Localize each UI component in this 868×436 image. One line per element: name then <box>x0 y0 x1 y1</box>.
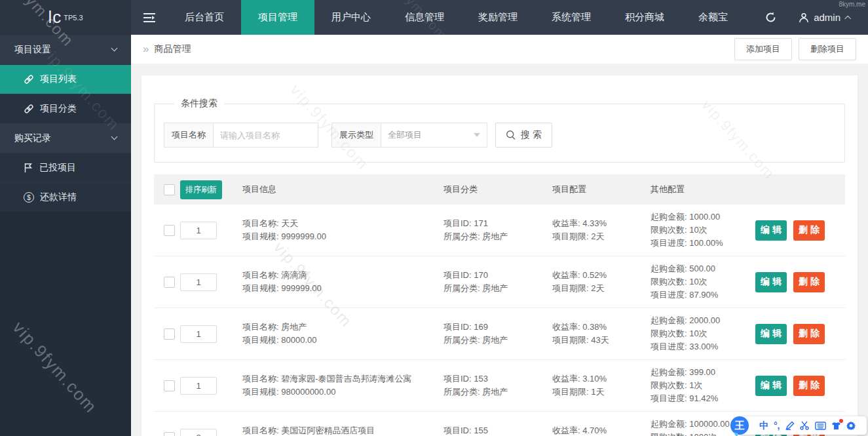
row-checkbox[interactable] <box>164 225 175 236</box>
delete-button[interactable]: 删 除 <box>793 220 825 241</box>
nav-item-points-mall[interactable]: 积分商城 <box>608 0 681 35</box>
ime-keyboard-icon[interactable] <box>815 422 826 430</box>
edit-button[interactable]: 编 辑 <box>755 376 787 396</box>
project-progress: 91.42% <box>689 393 718 403</box>
sidebar-item-project-list[interactable]: 项目列表 <box>0 64 131 94</box>
header-other-config: 其他配置 <box>651 184 755 195</box>
link-icon <box>24 104 34 114</box>
yield-rate: 0.38% <box>582 322 607 332</box>
sidebar-item-project-category[interactable]: 项目分类 <box>0 94 131 123</box>
chevron-down-icon <box>111 45 118 52</box>
project-name-group: 项目名称 <box>164 123 318 148</box>
sort-order-input[interactable] <box>180 222 217 239</box>
table-row: 项目名称: 滴滴滴 项目规模: 999999.00 项目ID: 170 所属分类… <box>154 256 845 308</box>
ime-scissors-icon[interactable] <box>800 421 810 430</box>
delete-project-button[interactable]: 删除项目 <box>799 38 856 60</box>
add-project-button[interactable]: 添加项目 <box>734 38 792 60</box>
delete-button[interactable]: 删 除 <box>793 324 825 344</box>
yield-rate: 4.70% <box>582 426 607 435</box>
min-amount: 100000.00 <box>689 419 729 429</box>
project-id: 170 <box>474 270 488 280</box>
yield-rate: 4.33% <box>582 218 607 228</box>
min-amount: 1000.00 <box>689 212 720 222</box>
project-id: 155 <box>474 426 488 435</box>
sort-order-input[interactable] <box>180 273 217 291</box>
project-name: 滴滴滴 <box>281 270 307 280</box>
project-name: 美国迈阿密精品酒店项目 <box>281 426 375 435</box>
refresh-icon[interactable] <box>751 0 789 35</box>
row-checkbox[interactable] <box>164 380 175 391</box>
nav-item-system[interactable]: 系统管理 <box>535 0 608 35</box>
delete-button[interactable]: 删 除 <box>793 376 825 396</box>
project-name-label: 项目名称 <box>164 123 214 148</box>
ime-punctuation-icon[interactable]: °, <box>774 421 780 430</box>
sidebar-item-repayment-details[interactable]: $ 还款详情 <box>0 182 131 212</box>
table-row: 项目名称: 房地产 项目规模: 80000.00 项目ID: 169 所属分类:… <box>154 308 845 360</box>
project-category: 房地产 <box>482 231 508 241</box>
display-type-select[interactable]: 全部项目 <box>381 123 487 148</box>
ime-handwriting-icon[interactable] <box>785 421 795 430</box>
edit-button[interactable]: 编 辑 <box>755 220 787 241</box>
sort-order-input[interactable] <box>180 377 217 395</box>
nav-item-yuebao[interactable]: 余额宝 <box>681 0 745 35</box>
row-checkbox[interactable] <box>164 277 175 288</box>
min-amount: 399.00 <box>689 367 715 377</box>
flag-icon <box>24 163 33 173</box>
project-table: 排序刷新 项目信息 项目分类 项目配置 其他配置 项目名称: 天天 项目规模: … <box>154 174 845 436</box>
caret-down-icon <box>474 133 480 137</box>
delete-button[interactable]: 删 除 <box>793 272 825 292</box>
ime-logo-icon[interactable]: 王 <box>730 416 749 435</box>
yield-rate: 0.52% <box>582 270 607 280</box>
edit-button[interactable]: 编 辑 <box>755 324 787 344</box>
nav-item-user-center[interactable]: 用户中心 <box>314 0 388 35</box>
project-scale: 999999.00 <box>281 283 321 293</box>
sidebar-group-purchase-records[interactable]: 购买记录 <box>0 123 131 153</box>
row-checkbox[interactable] <box>164 328 175 340</box>
ime-toolbar: 王 中 °, <box>738 416 867 435</box>
menu-collapse-icon[interactable] <box>131 0 168 35</box>
project-scale: 80000.00 <box>281 335 316 345</box>
search-form: 项目名称 展示类型 全部项目 搜 索 <box>164 123 835 148</box>
edit-button[interactable]: 编 辑 <box>755 272 787 292</box>
ime-settings-icon[interactable] <box>846 421 856 430</box>
sidebar: 项目设置 项目列表 项目分类 购买记录 已投项目 $ 还款详情 <box>0 35 131 436</box>
purchase-limit: 1000次 <box>689 432 717 436</box>
yield-rate: 3.10% <box>582 374 607 384</box>
project-name-input[interactable] <box>214 123 318 148</box>
content-card: 条件搜索 项目名称 展示类型 全部项目 搜 索 <box>142 75 858 436</box>
sort-order-input[interactable] <box>180 429 217 436</box>
project-name: 天天 <box>281 218 298 228</box>
nav-item-home[interactable]: 后台首页 <box>168 0 241 35</box>
table-row: 项目名称: 天天 项目规模: 9999999.00 项目ID: 171 所属分类… <box>154 205 845 256</box>
top-nav: 后台首页 项目管理 用户中心 信息管理 奖励管理 系统管理 积分商城 余额宝 <box>168 0 745 35</box>
ime-skin-icon[interactable] <box>831 422 841 430</box>
min-amount: 500.00 <box>689 264 715 273</box>
username: admin <box>814 12 840 23</box>
breadcrumb: 商品管理 <box>154 43 191 55</box>
sidebar-group-project-settings[interactable]: 项目设置 <box>0 35 131 64</box>
sort-refresh-button[interactable]: 排序刷新 <box>180 180 222 199</box>
purchase-limit: 10次 <box>689 277 707 287</box>
display-type-group: 展示类型 全部项目 <box>331 123 487 148</box>
nav-item-reward[interactable]: 奖励管理 <box>461 0 535 35</box>
header-project-info: 项目信息 <box>242 184 443 195</box>
chevron-up-icon <box>844 16 851 22</box>
nav-item-project[interactable]: 项目管理 <box>241 0 314 35</box>
row-checkbox[interactable] <box>164 432 175 436</box>
project-scale: 9999999.00 <box>281 231 326 241</box>
link-icon <box>24 74 34 85</box>
purchase-limit: 10次 <box>689 225 707 235</box>
search-button[interactable]: 搜 索 <box>495 123 552 148</box>
user-menu[interactable]: admin <box>789 0 868 35</box>
ime-language-toggle[interactable]: 中 <box>759 421 768 430</box>
sort-order-input[interactable] <box>180 325 217 343</box>
project-term: 1天 <box>591 387 604 397</box>
project-term: 2天 <box>591 283 604 293</box>
app-logo[interactable]: lc TP5.3 <box>0 0 131 35</box>
topbar-right: admin <box>751 0 868 35</box>
sidebar-item-invested-projects[interactable]: 已投项目 <box>0 153 131 182</box>
project-id: 153 <box>474 374 488 384</box>
nav-item-info[interactable]: 信息管理 <box>388 0 461 35</box>
project-name: 碧海家园-泰国普吉岛邦涛海滩公寓 <box>281 374 411 384</box>
select-all-checkbox[interactable] <box>164 184 175 195</box>
